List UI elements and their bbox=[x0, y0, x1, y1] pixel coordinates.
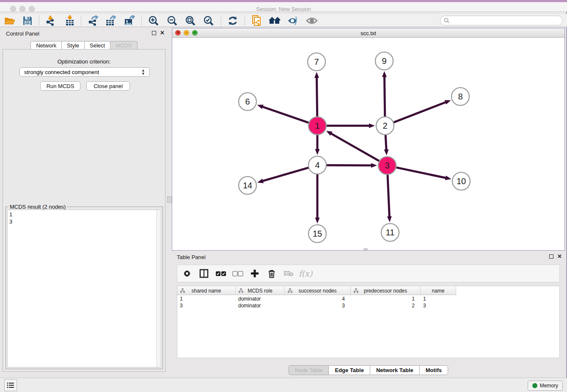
close-table-panel-icon[interactable]: ✕ bbox=[557, 254, 562, 259]
task-history-button[interactable] bbox=[4, 379, 17, 391]
arrowhead-3-10 bbox=[445, 176, 451, 180]
tab-motifs[interactable]: Motifs bbox=[419, 365, 448, 375]
zoom-selected-icon[interactable] bbox=[202, 15, 215, 26]
export-image-icon[interactable] bbox=[123, 15, 136, 26]
float-panel-icon[interactable] bbox=[152, 31, 156, 35]
table-row[interactable]: 3dominator323 bbox=[177, 302, 456, 309]
table-cell[interactable]: 3 bbox=[285, 302, 351, 309]
zoom-fit-icon[interactable] bbox=[184, 15, 197, 26]
arrowhead-4-14 bbox=[257, 179, 264, 183]
column-header-successor-nodes[interactable]: successor nodes bbox=[285, 286, 351, 295]
table-row[interactable]: 1dominator411 bbox=[177, 295, 456, 302]
columns-icon[interactable] bbox=[198, 268, 209, 279]
graph-node-1[interactable]: 1 bbox=[308, 117, 326, 135]
open-folder-icon[interactable] bbox=[3, 15, 16, 26]
toolbar-separator bbox=[245, 16, 245, 26]
edge-2-9[interactable] bbox=[384, 76, 385, 117]
delete-table-icon[interactable] bbox=[283, 268, 294, 279]
close-panel-icon[interactable]: ✕ bbox=[160, 31, 165, 35]
table-cell[interactable]: dominator bbox=[236, 295, 285, 302]
zoom-out-icon[interactable] bbox=[166, 15, 179, 26]
edge-4-14[interactable] bbox=[262, 168, 309, 181]
run-mcds-button[interactable]: Run MCDS bbox=[40, 81, 80, 91]
panel-splitter-handle[interactable] bbox=[167, 196, 172, 203]
node-table[interactable]: shared nameMCDS rolesuccessor nodesprede… bbox=[177, 286, 560, 358]
table-cell[interactable]: 1 bbox=[421, 295, 456, 302]
column-header-name[interactable]: name bbox=[421, 286, 456, 295]
graph-node-3[interactable]: 3 bbox=[378, 157, 396, 174]
graph-node-2[interactable]: 2 bbox=[376, 117, 394, 135]
tab-network[interactable]: Network bbox=[30, 41, 61, 50]
table-cell[interactable]: 4 bbox=[285, 295, 351, 302]
edge-2-8[interactable] bbox=[394, 102, 446, 122]
node-label: 4 bbox=[315, 160, 319, 170]
gear-icon[interactable] bbox=[182, 268, 193, 279]
network-view-title: scc.txt bbox=[172, 30, 564, 36]
network-view-titlebar[interactable]: ✕ − + scc.txt bbox=[172, 28, 564, 38]
edge-1-7[interactable] bbox=[317, 77, 317, 117]
column-header-shared-name[interactable]: shared name bbox=[177, 286, 236, 295]
home-network-icon[interactable] bbox=[268, 15, 281, 26]
table-cell[interactable]: 2 bbox=[351, 302, 421, 309]
table-panel-buttons: ✕ bbox=[549, 254, 562, 259]
tab-node-table[interactable]: Node Table bbox=[289, 365, 329, 375]
delete-column-icon[interactable] bbox=[266, 268, 277, 279]
edge-3-11[interactable] bbox=[388, 174, 389, 217]
table-cell[interactable]: 3 bbox=[421, 302, 456, 309]
add-column-icon[interactable] bbox=[249, 268, 260, 279]
application-window: Session: New Session bbox=[0, 0, 567, 392]
search-input[interactable] bbox=[451, 18, 562, 24]
tab-select[interactable]: Select bbox=[84, 41, 110, 50]
memory-button[interactable]: Memory bbox=[528, 381, 563, 391]
edge-4-3[interactable] bbox=[326, 165, 372, 166]
graph-node-15[interactable]: 15 bbox=[308, 225, 326, 243]
table-cell[interactable]: 1 bbox=[351, 295, 421, 302]
node-label: 11 bbox=[386, 228, 395, 237]
graph-node-14[interactable]: 14 bbox=[239, 177, 256, 194]
export-table-icon[interactable] bbox=[105, 15, 117, 26]
graph-node-10[interactable]: 10 bbox=[452, 172, 470, 190]
tab-style[interactable]: Style bbox=[61, 41, 84, 50]
graph-node-6[interactable]: 6 bbox=[239, 93, 256, 110]
tab-mcds[interactable]: MCDS bbox=[110, 41, 137, 50]
float-table-panel-icon[interactable] bbox=[549, 254, 553, 259]
hide-view-icon[interactable] bbox=[287, 15, 300, 26]
mcds-result-group: MCDS result (2 nodes) 1 3 bbox=[6, 207, 163, 369]
network-canvas[interactable]: 1234678910111415 bbox=[172, 38, 564, 250]
refresh-layout-icon[interactable] bbox=[226, 15, 239, 26]
function-builder-icon[interactable]: f(x) bbox=[300, 268, 311, 279]
graph-node-8[interactable]: 8 bbox=[451, 88, 469, 105]
graph-node-7[interactable]: 7 bbox=[308, 53, 325, 71]
edge-1-6[interactable] bbox=[262, 107, 309, 123]
main-toolbar bbox=[0, 14, 567, 27]
canvas-scroll-nub[interactable] bbox=[363, 248, 368, 250]
toolbar-separator bbox=[141, 16, 142, 26]
save-icon[interactable] bbox=[21, 15, 34, 26]
table-cell[interactable]: 1 bbox=[177, 295, 236, 302]
graph-node-9[interactable]: 9 bbox=[375, 52, 393, 70]
memory-label: Memory bbox=[540, 383, 558, 389]
tab-network-table[interactable]: Network Table bbox=[370, 365, 419, 375]
column-header-predecessor-nodes[interactable]: predecessor nodes bbox=[351, 286, 421, 295]
graph-node-11[interactable]: 11 bbox=[381, 224, 399, 241]
close-panel-button[interactable]: Close panel bbox=[86, 81, 130, 91]
edge-3-1[interactable] bbox=[330, 133, 379, 161]
mcds-result-text[interactable]: 1 3 bbox=[7, 210, 161, 367]
table-cell[interactable]: dominator bbox=[236, 302, 285, 309]
result-scrollbar[interactable] bbox=[156, 210, 161, 367]
tab-edge-table[interactable]: Edge Table bbox=[328, 365, 369, 375]
export-network-icon[interactable] bbox=[87, 15, 99, 26]
deselect-all-icon[interactable] bbox=[232, 268, 243, 279]
zoom-in-icon[interactable] bbox=[147, 15, 160, 26]
graph-node-4[interactable]: 4 bbox=[308, 156, 326, 174]
edge-2-3[interactable] bbox=[385, 135, 386, 150]
select-all-icon[interactable] bbox=[215, 268, 226, 279]
show-view-icon[interactable] bbox=[306, 15, 318, 26]
table-cell[interactable]: 3 bbox=[177, 302, 236, 309]
import-network-icon[interactable] bbox=[44, 15, 57, 26]
criterion-select[interactable]: strongly connected component ▲▼ bbox=[19, 67, 150, 77]
copy-network-icon[interactable] bbox=[250, 15, 263, 26]
edge-3-10[interactable] bbox=[396, 167, 446, 178]
column-header-MCDS-role[interactable]: MCDS role bbox=[236, 286, 285, 295]
import-table-icon[interactable] bbox=[63, 15, 76, 26]
